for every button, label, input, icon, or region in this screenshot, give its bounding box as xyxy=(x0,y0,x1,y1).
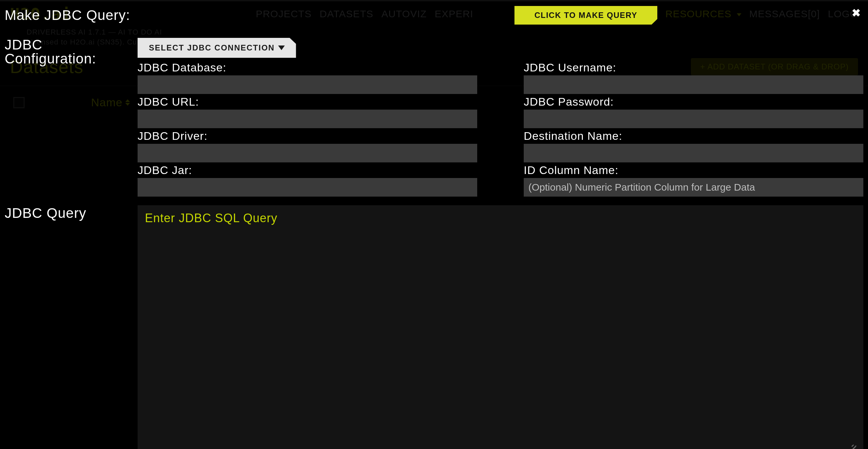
destination-name-input[interactable] xyxy=(524,144,863,162)
destination-name-field: Destination Name: xyxy=(524,130,863,162)
select-jdbc-connection-button[interactable]: SELECT JDBC CONNECTION xyxy=(137,38,296,58)
close-icon[interactable]: ✖ xyxy=(852,7,861,19)
spacer xyxy=(524,38,863,60)
modal-title: Make JDBC Query: xyxy=(5,7,130,23)
query-wrap xyxy=(137,205,863,449)
query-section-label: JDBC Query xyxy=(5,205,137,449)
modal-body: JDBC Configuration: SELECT JDBC CONNECTI… xyxy=(5,38,863,197)
id-column-name-input[interactable] xyxy=(524,178,863,197)
jdbc-username-field: JDBC Username: xyxy=(524,61,863,94)
jdbc-password-input[interactable] xyxy=(524,109,863,128)
chevron-down-icon xyxy=(278,45,285,50)
jdbc-jar-input[interactable] xyxy=(137,178,477,197)
jdbc-password-field: JDBC Password: xyxy=(524,95,863,128)
jdbc-url-label: JDBC URL: xyxy=(137,95,477,108)
modal-header: Make JDBC Query: CLICK TO MAKE QUERY ✖ xyxy=(5,6,863,25)
jdbc-url-input[interactable] xyxy=(137,109,477,128)
config-panel: SELECT JDBC CONNECTION JDBC Database: JD… xyxy=(137,38,863,197)
jdbc-query-textarea[interactable] xyxy=(137,205,863,449)
make-query-button[interactable]: CLICK TO MAKE QUERY xyxy=(515,6,657,25)
destination-name-label: Destination Name: xyxy=(524,130,863,142)
jdbc-database-field: JDBC Database: xyxy=(137,61,477,94)
config-section-label: JDBC Configuration: xyxy=(5,38,137,197)
jdbc-query-modal: Make JDBC Query: CLICK TO MAKE QUERY ✖ J… xyxy=(0,0,868,449)
select-jdbc-connection-label: SELECT JDBC CONNECTION xyxy=(149,43,275,53)
jdbc-url-field: JDBC URL: xyxy=(137,95,477,128)
jdbc-database-label: JDBC Database: xyxy=(137,61,477,74)
jdbc-jar-field: JDBC Jar: xyxy=(137,164,477,197)
jdbc-driver-input[interactable] xyxy=(137,144,477,162)
query-row: JDBC Query xyxy=(5,205,863,449)
id-column-name-field: ID Column Name: xyxy=(524,164,863,197)
id-column-name-label: ID Column Name: xyxy=(524,164,863,177)
jdbc-username-label: JDBC Username: xyxy=(524,61,863,74)
jdbc-jar-label: JDBC Jar: xyxy=(137,164,477,177)
jdbc-username-input[interactable] xyxy=(524,75,863,94)
config-section-label-l2: Configuration: xyxy=(5,51,96,66)
jdbc-driver-label: JDBC Driver: xyxy=(137,130,477,142)
select-connection-row: SELECT JDBC CONNECTION xyxy=(137,38,477,58)
jdbc-driver-field: JDBC Driver: xyxy=(137,130,477,162)
config-section-label-l1: JDBC xyxy=(5,37,42,53)
jdbc-database-input[interactable] xyxy=(137,75,477,94)
jdbc-password-label: JDBC Password: xyxy=(524,95,863,108)
